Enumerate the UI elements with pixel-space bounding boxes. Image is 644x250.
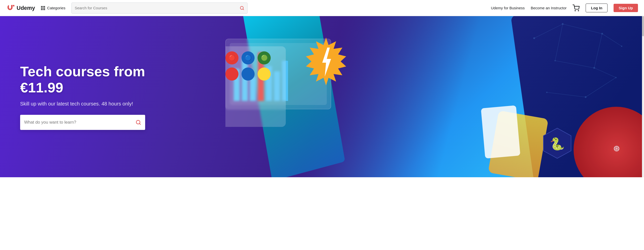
svg-line-27 [139,123,140,124]
hero-title-line2: €11.99 [20,80,63,96]
cart-icon [573,5,580,12]
login-button[interactable]: Log In [586,4,608,12]
navbar: Udemy Categories Udemy for Business Beco… [0,0,644,16]
svg-line-21 [584,78,618,97]
hero-search-icon [136,120,141,125]
white-card-shape [481,105,520,158]
svg-line-20 [547,87,586,102]
svg-point-3 [578,10,579,11]
svg-point-2 [575,10,576,11]
nav-search-bar[interactable] [71,3,248,14]
hero-bg-shapes: 🔴 🔵 🟢 ⊛ [225,16,644,177]
logo[interactable]: Udemy [6,4,35,13]
instructor-link[interactable]: Become an Instructor [531,6,567,10]
python-badge: 🐍 [541,127,574,160]
hero-title-line1: Tech courses from [20,63,145,79]
udemy-logo-icon [6,4,15,13]
nav-search-button[interactable] [240,6,244,10]
categories-label: Categories [47,6,65,10]
svg-line-18 [555,55,594,73]
svg-line-1 [243,9,244,10]
hero-subtitle: Skill up with our latest tech courses. 4… [20,101,145,107]
categories-button[interactable]: Categories [39,5,67,11]
search-icon [240,6,244,10]
hero-section: 🔴 🔵 🟢 ⊛ [0,16,644,177]
nav-search-input[interactable] [75,6,240,10]
scrollbar[interactable] [642,16,644,177]
svg-line-17 [590,34,607,68]
signup-button[interactable]: Sign Up [614,4,638,12]
svg-line-13 [533,24,564,38]
scrollbar-thumb[interactable] [642,16,644,36]
lightning-badge [301,36,351,88]
hero-content: Tech courses from €11.99 Skill up with o… [20,63,145,130]
hero-title: Tech courses from €11.99 [20,63,145,96]
hero-search-bar[interactable] [20,115,145,130]
cart-button[interactable] [573,5,580,12]
logo-text: Udemy [17,5,35,11]
business-link[interactable]: Udemy for Business [491,6,525,10]
svg-point-4 [533,37,535,39]
nav-links: Udemy for Business Become an Instructor … [491,4,638,12]
svg-text:🐍: 🐍 [550,137,565,151]
hero-search-button[interactable] [136,120,141,125]
controls-card: 🔴 🔵 🟢 [225,46,286,127]
svg-line-15 [550,24,568,61]
svg-line-16 [602,31,622,49]
hero-search-input[interactable] [24,120,136,125]
grid-icon [41,6,45,10]
svg-line-14 [563,19,602,39]
svg-line-19 [594,65,616,81]
